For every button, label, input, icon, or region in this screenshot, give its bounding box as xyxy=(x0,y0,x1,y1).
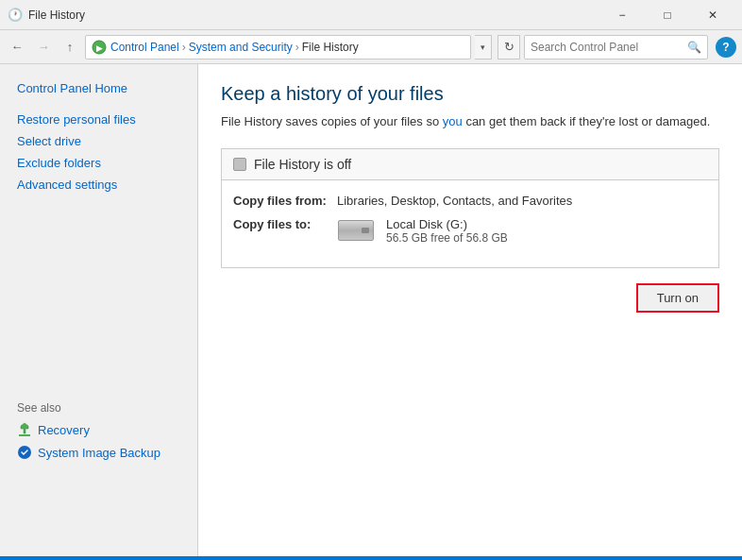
content-area: Keep a history of your files File Histor… xyxy=(198,64,742,556)
system-image-icon xyxy=(17,445,32,460)
search-icon[interactable]: 🔍 xyxy=(687,41,701,54)
search-input[interactable] xyxy=(531,41,687,54)
up-button[interactable]: ↑ xyxy=(59,36,81,59)
copy-to-label: Copy files to: xyxy=(233,217,337,231)
app-icon: 🕐 xyxy=(8,8,23,23)
content-description: File History saves copies of your files … xyxy=(221,112,719,131)
svg-rect-2 xyxy=(19,434,30,436)
hdd-connector xyxy=(362,228,369,233)
title-bar: 🕐 File History − □ ✕ xyxy=(0,0,742,30)
copy-from-row: Copy files from: Libraries, Desktop, Con… xyxy=(233,194,707,208)
desc-suffix: can get them back if they're lost or dam… xyxy=(463,114,711,128)
separator2: › xyxy=(295,41,299,54)
recovery-label: Recovery xyxy=(38,423,90,437)
page-title: Keep a history of your files xyxy=(221,83,719,105)
svg-text:▶: ▶ xyxy=(96,43,103,53)
status-header: File History is off xyxy=(222,149,718,180)
window-controls: − □ ✕ xyxy=(600,0,734,30)
action-area: Turn on xyxy=(221,283,719,313)
drive-details: Local Disk (G:) 56.5 GB free of 56.8 GB xyxy=(386,217,508,245)
drive-info: Local Disk (G:) 56.5 GB free of 56.8 GB xyxy=(337,217,508,245)
help-button[interactable]: ? xyxy=(716,37,736,58)
maximize-button[interactable]: □ xyxy=(646,0,689,30)
hdd-shape xyxy=(338,220,374,241)
drive-icon xyxy=(337,217,375,244)
see-also-label: See also xyxy=(0,384,197,418)
status-body: Copy files from: Libraries, Desktop, Con… xyxy=(222,180,718,267)
copy-from-value: Libraries, Desktop, Contacts, and Favori… xyxy=(337,194,572,208)
copy-to-row: Copy files to: Local Disk (G:) 56.5 GB f… xyxy=(233,217,707,245)
back-button[interactable]: ← xyxy=(6,36,28,59)
close-button[interactable]: ✕ xyxy=(691,0,734,30)
separator1: › xyxy=(182,41,186,54)
status-indicator xyxy=(233,158,246,171)
status-box: File History is off Copy files from: Lib… xyxy=(221,148,719,268)
recovery-icon xyxy=(17,422,32,437)
sidebar-item-restore[interactable]: Restore personal files xyxy=(0,109,197,130)
status-label: File History is off xyxy=(254,157,351,172)
sidebar-item-select-drive[interactable]: Select drive xyxy=(0,130,197,152)
desc-highlight: you xyxy=(443,114,463,128)
forward-button[interactable]: → xyxy=(32,36,55,59)
breadcrumb-part2[interactable]: System and Security xyxy=(189,41,293,54)
sidebar-item-advanced[interactable]: Advanced settings xyxy=(0,174,197,195)
path-icon: ▶ xyxy=(92,40,107,55)
status-bar xyxy=(0,556,742,560)
breadcrumb-part3: File History xyxy=(302,41,359,54)
drive-size: 56.5 GB free of 56.8 GB xyxy=(386,231,508,245)
sidebar-item-recovery[interactable]: Recovery xyxy=(0,418,197,441)
turn-on-button[interactable]: Turn on xyxy=(636,283,719,313)
minimize-button[interactable]: − xyxy=(600,0,644,30)
sidebar-item-exclude[interactable]: Exclude folders xyxy=(0,152,197,174)
system-image-label: System Image Backup xyxy=(38,446,160,460)
main-layout: Control Panel Home Restore personal file… xyxy=(0,64,742,556)
copy-from-label: Copy files from: xyxy=(233,194,337,208)
desc-prefix: File History saves copies of your files … xyxy=(221,114,443,128)
search-box[interactable]: 🔍 xyxy=(524,35,708,59)
address-dropdown[interactable]: ▾ xyxy=(475,35,492,59)
window-title: File History xyxy=(28,8,600,22)
sidebar-item-home[interactable]: Control Panel Home xyxy=(0,77,197,99)
address-path[interactable]: ▶ Control Panel › System and Security › … xyxy=(85,35,471,59)
sidebar: Control Panel Home Restore personal file… xyxy=(0,64,198,556)
breadcrumb-part1[interactable]: Control Panel xyxy=(110,41,179,54)
sidebar-item-system-image[interactable]: System Image Backup xyxy=(0,441,197,464)
refresh-button[interactable]: ↻ xyxy=(497,35,520,59)
address-bar: ← → ↑ ▶ Control Panel › System and Secur… xyxy=(0,30,742,64)
drive-name: Local Disk (G:) xyxy=(386,217,508,231)
